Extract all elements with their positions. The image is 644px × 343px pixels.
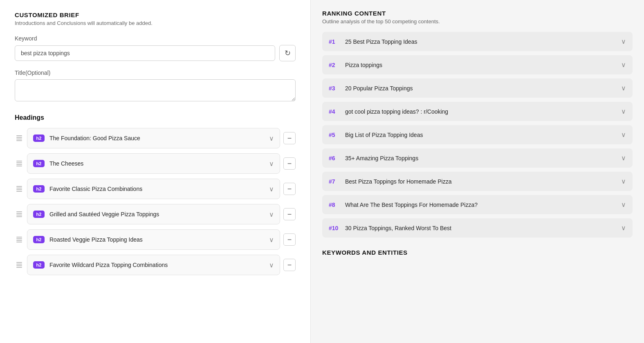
ranking-item[interactable]: #3 20 Popular Pizza Toppings ∨ [322, 78, 633, 98]
title-label: Title(Optional) [15, 69, 296, 76]
chevron-down-icon[interactable]: ∨ [269, 135, 274, 142]
remove-heading-button[interactable]: − [283, 132, 296, 144]
ranking-left: #5 Big List of Pizza Topping Ideas [329, 132, 423, 138]
drag-handle[interactable] [15, 134, 24, 143]
keyword-input[interactable] [15, 45, 275, 61]
drag-handle[interactable] [15, 210, 24, 219]
ranking-item[interactable]: #4 got cool pizza topping ideas? : r/Coo… [322, 102, 633, 121]
rank-title: Big List of Pizza Topping Ideas [345, 132, 423, 138]
ranking-list: #1 25 Best Pizza Topping Ideas ∨ #2 Pizz… [322, 32, 633, 238]
ranking-left: #2 Pizza toppings [329, 62, 382, 68]
chevron-down-icon[interactable]: ∨ [269, 261, 274, 269]
ranking-item[interactable]: #7 Best Pizza Toppings for Homemade Pizz… [322, 172, 633, 191]
headings-list: h2 The Foundation: Good Pizza Sauce ∨ − … [15, 128, 296, 275]
heading-text: Roasted Veggie Pizza Topping Ideas [49, 236, 264, 243]
remove-heading-button[interactable]: − [283, 259, 296, 271]
rank-title: What Are The Best Toppings For Homemade … [345, 202, 478, 208]
chevron-down-icon: ∨ [621, 38, 626, 45]
ranking-subtitle: Outline analysis of the top 50 competing… [322, 18, 633, 25]
h2-badge: h2 [33, 261, 45, 269]
chevron-down-icon: ∨ [621, 201, 626, 208]
remove-heading-button[interactable]: − [283, 233, 296, 246]
h2-badge: h2 [33, 236, 45, 243]
ranking-left: #1 25 Best Pizza Topping Ideas [329, 38, 417, 45]
remove-heading-button[interactable]: − [283, 208, 296, 220]
heading-row: h2 Favorite Wildcard Pizza Topping Combi… [15, 255, 296, 275]
rank-number: #7 [329, 178, 342, 185]
heading-row: h2 Roasted Veggie Pizza Topping Ideas ∨ … [15, 229, 296, 250]
rank-number: #10 [329, 225, 342, 231]
heading-text: The Foundation: Good Pizza Sauce [49, 135, 264, 141]
rank-title: 25 Best Pizza Topping Ideas [345, 38, 417, 45]
chevron-down-icon: ∨ [621, 108, 626, 115]
heading-card: h2 Favorite Wildcard Pizza Topping Combi… [27, 255, 280, 275]
h2-badge: h2 [33, 160, 45, 167]
heading-text: The Cheeses [49, 160, 264, 167]
chevron-down-icon[interactable]: ∨ [269, 160, 274, 168]
rank-number: #4 [329, 108, 342, 115]
remove-heading-button[interactable]: − [283, 157, 296, 170]
ranking-item[interactable]: #10 30 Pizza Toppings, Ranked Worst To B… [322, 218, 633, 238]
heading-row: h2 The Foundation: Good Pizza Sauce ∨ − [15, 128, 296, 148]
rank-title: Pizza toppings [345, 62, 382, 68]
drag-handle[interactable] [15, 260, 24, 269]
h2-badge: h2 [33, 211, 45, 218]
ranking-item[interactable]: #1 25 Best Pizza Topping Ideas ∨ [322, 32, 633, 51]
ranking-item[interactable]: #5 Big List of Pizza Topping Ideas ∨ [322, 125, 633, 144]
chevron-down-icon: ∨ [621, 224, 626, 232]
ranking-item[interactable]: #6 35+ Amazing Pizza Toppings ∨ [322, 148, 633, 168]
ranking-item[interactable]: #2 Pizza toppings ∨ [322, 55, 633, 74]
keyword-label: Keyword [15, 35, 296, 42]
rank-number: #1 [329, 38, 342, 45]
keywords-entities-title: Keywords and Entities [322, 249, 633, 256]
heading-row: h2 Grilled and Sautéed Veggie Pizza Topp… [15, 204, 296, 224]
headings-section: Headings h2 The Foundation: Good Pizza S… [15, 114, 296, 275]
refresh-button[interactable]: ↻ [279, 45, 296, 61]
chevron-down-icon[interactable]: ∨ [269, 211, 274, 218]
keyword-row: ↻ [15, 45, 296, 61]
heading-text: Favorite Classic Pizza Combinations [49, 186, 264, 192]
heading-row: h2 Favorite Classic Pizza Combinations ∨… [15, 179, 296, 199]
chevron-down-icon: ∨ [621, 61, 626, 69]
ranking-left: #3 20 Popular Pizza Toppings [329, 85, 413, 92]
customized-brief-subtitle: Introductions and Conclusions will autom… [15, 20, 296, 26]
h2-badge: h2 [33, 135, 45, 142]
heading-card: h2 Favorite Classic Pizza Combinations ∨ [27, 179, 280, 199]
heading-text: Favorite Wildcard Pizza Topping Combinat… [49, 262, 264, 268]
drag-handle[interactable] [15, 184, 24, 193]
refresh-icon: ↻ [285, 49, 291, 58]
rank-number: #8 [329, 202, 342, 208]
h2-badge: h2 [33, 185, 45, 193]
customized-brief-title: CUSTOMIZED BRIEF [15, 11, 296, 18]
rank-number: #2 [329, 62, 342, 68]
heading-row: h2 The Cheeses ∨ − [15, 153, 296, 174]
heading-card: h2 The Foundation: Good Pizza Sauce ∨ [27, 128, 280, 148]
chevron-down-icon: ∨ [621, 131, 626, 139]
rank-title: Best Pizza Toppings for Homemade Pizza [345, 178, 451, 185]
ranking-left: #10 30 Pizza Toppings, Ranked Worst To B… [329, 225, 451, 231]
drag-handle[interactable] [15, 235, 24, 244]
chevron-down-icon: ∨ [621, 154, 626, 162]
heading-card: h2 Grilled and Sautéed Veggie Pizza Topp… [27, 204, 280, 224]
left-panel: CUSTOMIZED BRIEF Introductions and Concl… [0, 0, 311, 343]
headings-label: Headings [15, 114, 296, 121]
ranking-title: RANKING CONTENT [322, 10, 633, 17]
drag-handle[interactable] [15, 159, 24, 168]
rank-number: #3 [329, 85, 342, 92]
heading-text: Grilled and Sautéed Veggie Pizza Topping… [49, 211, 264, 217]
chevron-down-icon[interactable]: ∨ [269, 236, 274, 244]
ranking-left: #7 Best Pizza Toppings for Homemade Pizz… [329, 178, 451, 185]
ranking-left: #8 What Are The Best Toppings For Homema… [329, 202, 478, 208]
right-panel: RANKING CONTENT Outline analysis of the … [311, 0, 644, 343]
remove-heading-button[interactable]: − [283, 183, 296, 195]
ranking-left: #6 35+ Amazing Pizza Toppings [329, 155, 418, 161]
chevron-down-icon[interactable]: ∨ [269, 185, 274, 193]
title-input[interactable] [15, 79, 296, 101]
heading-card: h2 Roasted Veggie Pizza Topping Ideas ∨ [27, 229, 280, 250]
chevron-down-icon: ∨ [621, 177, 626, 185]
rank-title: 35+ Amazing Pizza Toppings [345, 155, 418, 161]
chevron-down-icon: ∨ [621, 84, 626, 92]
rank-title: 30 Pizza Toppings, Ranked Worst To Best [345, 225, 451, 231]
rank-number: #5 [329, 132, 342, 138]
ranking-item[interactable]: #8 What Are The Best Toppings For Homema… [322, 195, 633, 214]
